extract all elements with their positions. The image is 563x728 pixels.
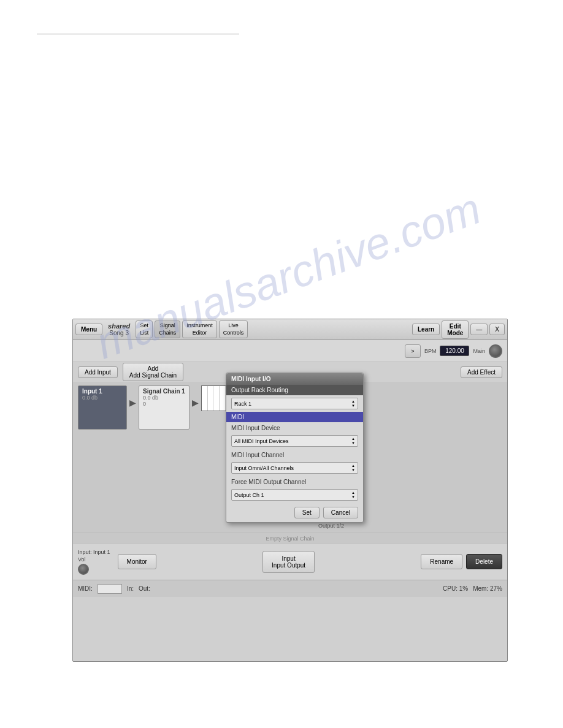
edit-mode-button[interactable]: Edit Mode bbox=[442, 320, 469, 339]
tab-instrument-editor[interactable]: Instrument Editor bbox=[182, 320, 217, 338]
output-label: Output 1/2 bbox=[298, 523, 344, 529]
all-midi-devices-row: All MIDI Input Devices ▲ ▼ bbox=[226, 434, 363, 449]
midi-dialog-title: MIDI Input I/O bbox=[226, 373, 363, 385]
input-name: Input 1 bbox=[82, 388, 123, 395]
input-omni-select[interactable]: Input Omni/All Channels ▲ ▼ bbox=[231, 462, 358, 474]
delete-button[interactable]: Delete bbox=[466, 554, 502, 569]
rack1-arrow: ▲ ▼ bbox=[351, 400, 355, 408]
midi-header: MIDI bbox=[226, 412, 363, 422]
rename-button[interactable]: Rename bbox=[421, 554, 462, 569]
connector-arrow-1: ▶ bbox=[129, 398, 136, 408]
signal-chain-value: 0 bbox=[143, 401, 185, 407]
monitor-button[interactable]: Monitor bbox=[118, 554, 156, 569]
input-omni-row: Input Omni/All Channels ▲ ▼ bbox=[226, 461, 363, 476]
input-level: 0.0 db bbox=[82, 395, 123, 401]
mem-label: Mem: 27% bbox=[473, 585, 502, 592]
output-rack-routing-header: Output Rack Routing bbox=[226, 385, 363, 395]
input-panel[interactable]: Input 1 0.0 db bbox=[78, 385, 127, 430]
add-input-button[interactable]: Add Input bbox=[78, 366, 118, 378]
main-label: Main bbox=[473, 348, 485, 354]
connector-arrow-2: ▶ bbox=[192, 398, 199, 408]
output-ch1-row: Output Ch 1 ▲ ▼ bbox=[226, 488, 363, 503]
tab-set-list[interactable]: Set List bbox=[136, 320, 153, 338]
input-info: Input: Input 1 Vol bbox=[78, 549, 110, 575]
minimize-button[interactable]: — bbox=[470, 324, 488, 335]
signal-chain-level: 0.0 db bbox=[143, 395, 185, 401]
app-title: shared Song 3 bbox=[108, 322, 130, 336]
add-signal-chain-button[interactable]: Add Add Signal Chain bbox=[123, 363, 183, 381]
all-midi-devices-select[interactable]: All MIDI Input Devices ▲ ▼ bbox=[231, 435, 358, 447]
transport-bar: > BPM 120.00 Main bbox=[73, 340, 507, 362]
status-bar: MIDI: In: Out: CPU: 1% Mem: 27% bbox=[73, 580, 507, 597]
signal-chain-container: Signal Chain 1 0.0 db 0 bbox=[139, 385, 190, 430]
rack1-row: Rack 1 ▲ ▼ bbox=[226, 395, 363, 412]
output-ch1-arrow: ▲ ▼ bbox=[351, 491, 355, 499]
tab-live-controls[interactable]: Live Controls bbox=[219, 320, 248, 338]
midi-status-label: MIDI: bbox=[78, 585, 93, 592]
bottom-input-label: Input: Input 1 bbox=[78, 549, 110, 555]
midi-dialog: MIDI Input I/O Output Rack Routing Rack … bbox=[226, 373, 364, 523]
app-title-italic: shared bbox=[108, 322, 130, 330]
main-volume-knob[interactable] bbox=[489, 344, 502, 358]
signal-chain-panel[interactable]: Signal Chain 1 0.0 db 0 bbox=[139, 385, 190, 430]
cancel-button[interactable]: Cancel bbox=[323, 507, 358, 518]
play-button[interactable]: > bbox=[405, 344, 421, 358]
empty-chain-area: Empty Signal Chain bbox=[73, 533, 507, 543]
midi-dialog-footer: Set Cancel bbox=[226, 503, 363, 522]
learn-button[interactable]: Learn bbox=[412, 324, 440, 335]
tab-signal-chains[interactable]: Signal Chains bbox=[155, 320, 180, 338]
out-label: Out: bbox=[139, 585, 150, 592]
input-output-button[interactable]: Input Input Output bbox=[262, 551, 315, 573]
top-decorative-line bbox=[37, 34, 239, 34]
input-omni-arrow: ▲ ▼ bbox=[351, 464, 355, 472]
output-ch1-select[interactable]: Output Ch 1 ▲ ▼ bbox=[231, 489, 358, 501]
midi-indicator bbox=[98, 584, 122, 594]
midi-input-device-label: MIDI Input Device bbox=[226, 422, 363, 434]
set-button[interactable]: Set bbox=[294, 507, 320, 518]
bottom-controls: Input: Input 1 Vol Monitor Input Input O… bbox=[73, 543, 507, 580]
bpm-label: BPM bbox=[424, 348, 437, 354]
vol-knob[interactable] bbox=[78, 564, 89, 575]
all-midi-arrow: ▲ ▼ bbox=[351, 437, 355, 445]
cpu-label: CPU: 1% bbox=[443, 585, 468, 592]
signal-chain-name: Signal Chain 1 bbox=[143, 388, 185, 395]
in-label: In: bbox=[127, 585, 134, 592]
rack1-select[interactable]: Rack 1 ▲ ▼ bbox=[231, 398, 358, 409]
add-effect-button[interactable]: Add Effect bbox=[461, 366, 502, 378]
bpm-display[interactable]: 120.00 bbox=[440, 346, 469, 356]
vol-label: Vol bbox=[78, 556, 110, 563]
close-button[interactable]: X bbox=[489, 324, 505, 335]
force-midi-output-label: Force MIDI Output Channel bbox=[226, 476, 363, 488]
empty-chain-label: Empty Signal Chain bbox=[263, 533, 316, 544]
title-bar: Menu shared Song 3 Set List Signal Chain… bbox=[73, 319, 507, 340]
menu-button[interactable]: Menu bbox=[75, 324, 102, 335]
midi-input-channel-label: MIDI Input Channel bbox=[226, 449, 363, 461]
app-title-bold: Song 3 bbox=[109, 330, 129, 336]
